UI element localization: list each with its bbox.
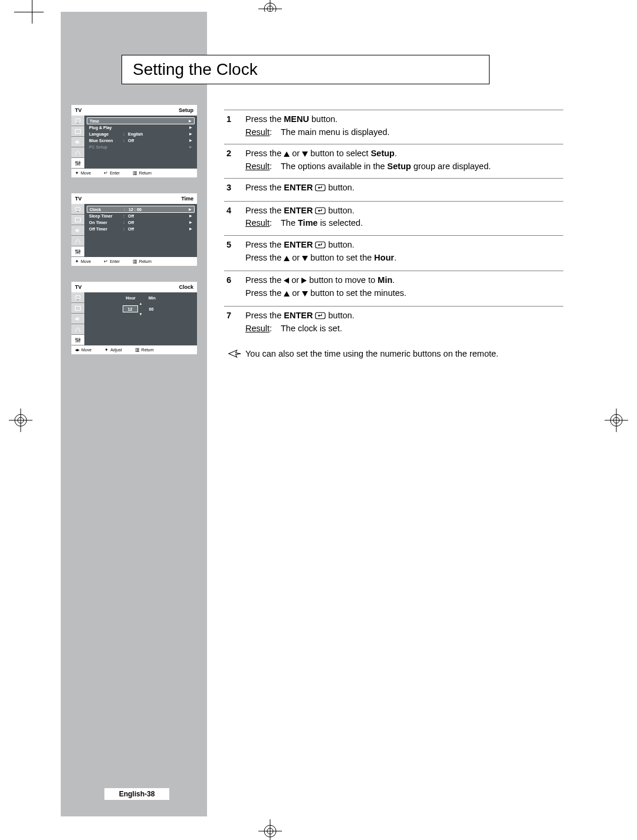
up-arrow-icon: [284, 291, 290, 297]
down-arrow-icon: [302, 291, 308, 297]
tab-channel-icon: [71, 324, 84, 335]
move-glyph-icon: ✦: [75, 259, 79, 264]
osd-time: TV Time Clock : 12 : 00 ▶ Sleep Timer: [71, 193, 197, 266]
osd-row-clock: Clock : 12 : 00 ▶: [87, 206, 195, 213]
page-frame: Setting the Clock TV Setup Time ▶: [61, 12, 571, 816]
registration-mark-left: [9, 409, 32, 432]
tab-channel-icon: [71, 236, 84, 246]
osd-setup: TV Setup Time ▶ Plug & Play: [71, 105, 197, 177]
svg-rect-26: [77, 211, 79, 212]
note-text: You can also set the time using the nume…: [245, 348, 563, 360]
osd-row-off-timer: Off Timer : Off ▶: [87, 226, 195, 232]
svg-rect-22: [75, 162, 77, 163]
osd-tabs: [71, 292, 84, 345]
step-4: 4 Press the ENTER button. Result: The Ti…: [224, 201, 563, 235]
tab-setup-icon: [71, 335, 84, 345]
tab-picture-icon: [71, 126, 84, 137]
adjust-glyph-icon: ✦: [104, 347, 109, 353]
tab-input-icon: [71, 116, 84, 126]
right-arrow-icon: [301, 278, 307, 284]
svg-rect-34: [75, 295, 80, 299]
enter-icon: [315, 311, 326, 319]
svg-rect-29: [78, 249, 78, 254]
svg-rect-37: [76, 338, 77, 342]
down-arrow-icon: [302, 256, 308, 261]
step-2: 2 Press the or button to select Setup. R…: [224, 144, 563, 178]
tab-picture-icon: [71, 303, 84, 314]
tab-setup-icon: [71, 158, 84, 169]
svg-rect-28: [76, 249, 77, 254]
step-6: 6 Press the or button to move to Min. Pr…: [224, 271, 563, 306]
osd-time-content: Clock : 12 : 00 ▶ Sleep Timer : Off ▶ On…: [84, 204, 197, 257]
return-glyph-icon: ▥: [133, 170, 137, 176]
clock-down-arrow-icon: ▼: [139, 312, 143, 316]
step-number: 3: [224, 182, 245, 195]
step-1: 1 Press the MENU button. Result: The mai…: [224, 110, 563, 144]
osd-setup-header: TV Setup: [71, 105, 197, 116]
tab-sound-icon: [71, 225, 84, 236]
step-number: 7: [224, 310, 245, 334]
up-arrow-icon: [284, 151, 290, 157]
step-number: 5: [224, 239, 245, 265]
osd-row-on-timer: On Timer : Off ▶: [87, 219, 195, 226]
osd-clock-content: Hour Min ▲ 12 00 ▼: [84, 292, 197, 345]
move-glyph-icon: ✦: [75, 170, 79, 176]
down-arrow-icon: [302, 151, 308, 157]
osd-tv-label: TV: [75, 107, 82, 113]
svg-rect-38: [78, 338, 78, 342]
step-number: 2: [224, 148, 245, 172]
svg-rect-33: [79, 251, 81, 252]
tab-sound-icon: [71, 137, 84, 147]
svg-rect-35: [77, 299, 79, 300]
osd-setup-footer: ✦Move ↵Enter ▥Return: [71, 169, 197, 177]
note: You can also set the time using the nume…: [224, 340, 563, 360]
osd-row-time: Time ▶: [87, 117, 195, 124]
step-3: 3 Press the ENTER button.: [224, 178, 563, 201]
svg-rect-16: [75, 118, 80, 122]
tab-input-icon: [71, 292, 84, 303]
crop-mark-top-left: [14, 0, 50, 29]
osd-clock-footer: ◂▸Move ✦Adjust ▥Return: [71, 345, 197, 354]
svg-rect-41: [77, 340, 79, 341]
osd-clock: TV Clock Hour Min ▲ 12 00: [71, 282, 197, 354]
note-pointer-icon: [224, 348, 245, 358]
osd-setup-content: Time ▶ Plug & Play ▶ Language : English …: [84, 116, 197, 169]
osd-submenu-label: Clock: [179, 284, 193, 290]
clock-hour-label: Hour: [126, 296, 135, 300]
registration-mark-bottom: [258, 819, 282, 840]
svg-rect-36: [75, 306, 81, 310]
svg-rect-32: [77, 252, 79, 253]
svg-rect-18: [75, 129, 81, 133]
move-glyph-icon: ◂▸: [75, 347, 80, 353]
return-glyph-icon: ▥: [133, 259, 137, 264]
osd-tabs: [71, 204, 84, 257]
tab-sound-icon: [71, 314, 84, 324]
svg-rect-23: [77, 163, 79, 164]
tab-setup-icon: [71, 246, 84, 257]
osd-tv-label: TV: [75, 196, 82, 202]
svg-rect-25: [75, 207, 80, 210]
osd-tabs: [71, 116, 84, 169]
page-number: English-38: [104, 788, 169, 800]
svg-rect-19: [76, 161, 77, 166]
svg-rect-40: [75, 338, 77, 340]
svg-rect-27: [75, 218, 81, 222]
step-number: 6: [224, 275, 245, 300]
step-5: 5 Press the ENTER button. Press the or b…: [224, 235, 563, 271]
osd-time-header: TV Time: [71, 193, 197, 204]
clock-min-value: 00: [144, 305, 159, 312]
return-glyph-icon: ▥: [135, 347, 140, 353]
osd-submenu-label: Setup: [179, 107, 193, 113]
page-title-text: Setting the Clock: [133, 60, 258, 79]
clock-hour-value: 12: [123, 305, 138, 312]
tab-channel-icon: [71, 147, 84, 158]
osd-row-blue-screen: Blue Screen : Off ▶: [87, 137, 195, 144]
osd-row-sleep-timer: Sleep Timer : Off ▶: [87, 213, 195, 219]
svg-rect-31: [75, 250, 77, 251]
svg-rect-17: [77, 123, 79, 123]
enter-glyph-icon: ↵: [104, 259, 108, 264]
left-arrow-icon: [284, 278, 289, 284]
svg-rect-20: [78, 161, 78, 166]
osd-submenu-label: Time: [181, 196, 193, 202]
enter-icon: [315, 206, 326, 214]
